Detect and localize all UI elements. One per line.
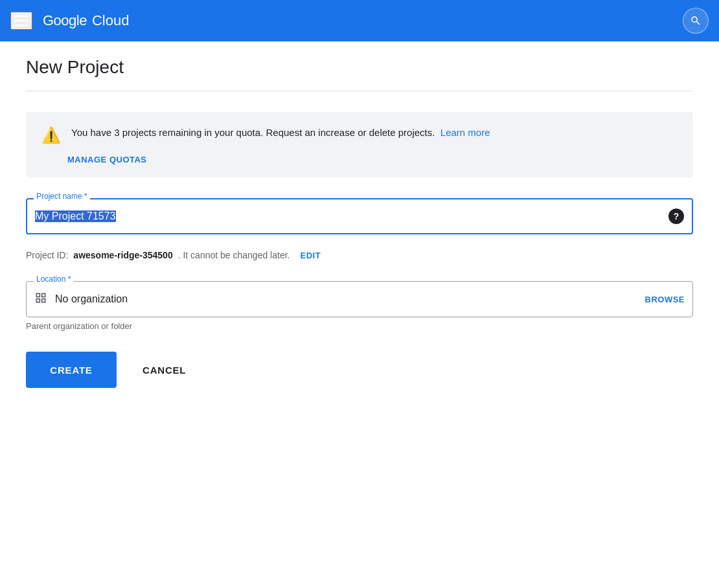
button-row: CREATE CANCEL xyxy=(26,352,693,388)
search-icon xyxy=(690,15,702,27)
menu-button[interactable] xyxy=(10,12,32,30)
title-divider xyxy=(26,91,693,91)
location-input-wrapper: No organization BROWSE xyxy=(26,281,693,317)
location-field: Location No organization BROWSE Parent o… xyxy=(26,281,693,331)
grid-icon xyxy=(34,291,47,308)
search-button[interactable] xyxy=(683,8,709,34)
alert-content: ⚠️ You have 3 projects remaining in your… xyxy=(41,125,678,144)
project-id-prefix: Project ID: xyxy=(26,250,68,260)
project-id-row: Project ID: awesome-ridge-354500 . It ca… xyxy=(26,250,693,260)
page-title: New Project xyxy=(26,57,693,78)
manage-quotas-link[interactable]: MANAGE QUOTAS xyxy=(67,155,678,164)
app-header: Google Cloud xyxy=(0,0,719,41)
project-name-field: Project name ? xyxy=(26,198,693,234)
location-label: Location xyxy=(34,275,73,284)
edit-project-id-link[interactable]: EDIT xyxy=(300,251,321,260)
alert-text: You have 3 projects remaining in your qu… xyxy=(71,125,490,141)
app-logo: Google Cloud xyxy=(43,12,129,29)
create-button[interactable]: CREATE xyxy=(26,352,117,388)
project-name-input-wrapper: ? xyxy=(26,198,693,234)
project-name-label: Project name xyxy=(34,192,90,201)
quota-alert-box: ⚠️ You have 3 projects remaining in your… xyxy=(26,112,693,177)
location-hint: Parent organization or folder xyxy=(26,321,693,331)
learn-more-link[interactable]: Learn more xyxy=(440,127,490,138)
google-logo-text: Google xyxy=(43,12,87,29)
project-name-input[interactable] xyxy=(35,210,668,222)
cancel-button[interactable]: CANCEL xyxy=(127,352,201,388)
cloud-logo-text: Cloud xyxy=(92,12,129,29)
help-icon[interactable]: ? xyxy=(668,209,684,224)
project-id-suffix: . It cannot be changed later. xyxy=(178,250,290,260)
location-value: No organization xyxy=(55,293,637,305)
alert-message: You have 3 projects remaining in your qu… xyxy=(71,127,435,138)
main-content: New Project ⚠️ You have 3 projects remai… xyxy=(0,41,719,403)
browse-link[interactable]: BROWSE xyxy=(645,295,685,304)
warning-icon: ⚠️ xyxy=(41,126,61,144)
project-id-value: awesome-ridge-354500 xyxy=(73,250,172,260)
